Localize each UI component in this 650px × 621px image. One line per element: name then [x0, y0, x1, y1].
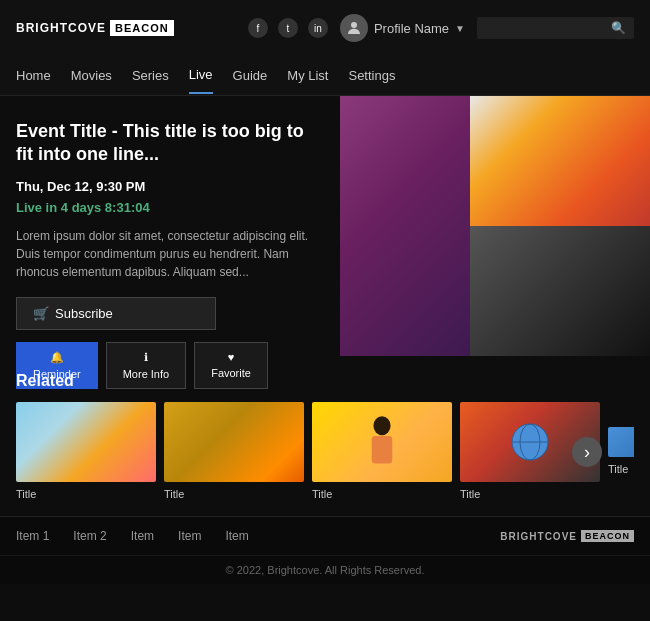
footer: Item 1 Item 2 Item Item Item BRIGHTCOVE … — [0, 516, 650, 584]
footer-logo: BRIGHTCOVE BEACON — [500, 530, 634, 542]
footer-item-5[interactable]: Item — [225, 529, 248, 543]
carousel-label-1: Title — [16, 488, 156, 500]
nav-item-live[interactable]: Live — [189, 57, 213, 94]
nav-item-home[interactable]: Home — [16, 58, 51, 93]
search-icon[interactable]: 🔍 — [611, 21, 626, 35]
copyright: © 2022, Brightcove. All Rights Reserved. — [0, 555, 650, 584]
nav-item-guide[interactable]: Guide — [233, 58, 268, 93]
thumb-1 — [16, 402, 156, 482]
more-info-button[interactable]: ℹ More Info — [106, 342, 186, 389]
twitter-icon[interactable]: t — [278, 18, 298, 38]
nav-item-movies[interactable]: Movies — [71, 58, 112, 93]
list-item[interactable]: Title — [164, 402, 304, 500]
profile-avatar — [340, 14, 368, 42]
footer-logo-brightcove: BRIGHTCOVE — [500, 531, 577, 542]
footer-logo-beacon: BEACON — [581, 530, 634, 542]
svg-point-0 — [351, 22, 357, 28]
footer-item-3[interactable]: Item — [131, 529, 154, 543]
subscribe-label: Subscribe — [55, 306, 113, 321]
favorite-button[interactable]: ♥ Favorite — [194, 342, 268, 389]
carousel-label-4: Title — [460, 488, 600, 500]
svg-rect-2 — [372, 436, 393, 463]
logo-brightcove: BRIGHTCOVE — [16, 21, 106, 35]
footer-item-1[interactable]: Item 1 — [16, 529, 49, 543]
list-item[interactable]: Title — [16, 402, 156, 500]
search-bar: 🔍 — [477, 17, 634, 39]
chevron-down-icon: ▼ — [455, 23, 465, 34]
hero-image-left — [340, 96, 470, 356]
instagram-icon[interactable]: in — [308, 18, 328, 38]
carousel-next-button[interactable] — [572, 437, 602, 467]
footer-nav: Item 1 Item 2 Item Item Item BRIGHTCOVE … — [0, 516, 650, 555]
carousel-label-5: Title — [608, 463, 634, 475]
footer-item-4[interactable]: Item — [178, 529, 201, 543]
header: BRIGHTCOVE BEACON f t in Profile Name ▼ … — [0, 0, 650, 56]
more-info-label: More Info — [123, 368, 169, 380]
info-icon: ℹ — [144, 351, 148, 364]
carousel-label-2: Title — [164, 488, 304, 500]
carousel-label-3: Title — [312, 488, 452, 500]
social-icons: f t in — [248, 18, 328, 38]
header-right: f t in Profile Name ▼ 🔍 — [248, 14, 634, 42]
event-title: Event Title - This title is too big to f… — [16, 120, 324, 167]
heart-icon: ♥ — [228, 351, 235, 363]
hero-image-right — [470, 96, 650, 356]
nav-item-settings[interactable]: Settings — [348, 58, 395, 93]
search-input[interactable] — [485, 21, 605, 35]
thumb-2 — [164, 402, 304, 482]
hero-image-bottom — [470, 226, 650, 356]
hero-section: Event Title - This title is too big to f… — [0, 96, 650, 356]
bell-icon: 🔔 — [50, 351, 64, 364]
live-status-badge: Live in 4 days 8:31:04 — [16, 200, 324, 215]
carousel-partial: Title — [608, 427, 634, 475]
event-description: Lorem ipsum dolor sit amet, consectetur … — [16, 227, 324, 281]
main-nav: Home Movies Series Live Guide My List Se… — [0, 56, 650, 96]
event-date: Thu, Dec 12, 9:30 PM — [16, 179, 324, 194]
list-item[interactable]: Title — [312, 402, 452, 500]
hero-image-top — [470, 96, 650, 226]
svg-point-1 — [373, 416, 390, 435]
subscribe-icon: 🛒 — [33, 306, 49, 321]
hero-image — [340, 96, 650, 356]
nav-item-series[interactable]: Series — [132, 58, 169, 93]
footer-item-2[interactable]: Item 2 — [73, 529, 106, 543]
profile-name: Profile Name — [374, 21, 449, 36]
hero-content: Event Title - This title is too big to f… — [0, 96, 340, 356]
nav-item-mylist[interactable]: My List — [287, 58, 328, 93]
logo-beacon: BEACON — [110, 20, 174, 36]
logo: BRIGHTCOVE BEACON — [16, 20, 174, 36]
favorite-label: Favorite — [211, 367, 251, 379]
related-carousel: Title Title Title — [16, 402, 634, 500]
facebook-icon[interactable]: f — [248, 18, 268, 38]
thumb-3 — [312, 402, 452, 482]
profile-area[interactable]: Profile Name ▼ — [340, 14, 465, 42]
subscribe-button[interactable]: 🛒 Subscribe — [16, 297, 216, 330]
